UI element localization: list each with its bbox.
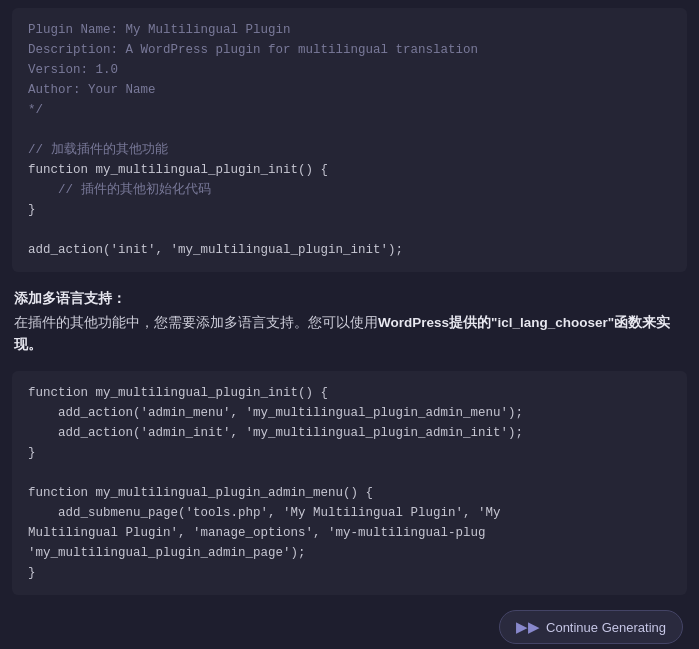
empty-line	[28, 220, 671, 240]
continue-generating-button[interactable]: ▶▶ Continue Generating	[499, 610, 683, 644]
code-line: 'my_multilingual_plugin_admin_page');	[28, 543, 671, 563]
empty-line	[28, 463, 671, 483]
continue-bar: ▶▶ Continue Generating	[0, 605, 699, 649]
code-line: function my_multilingual_plugin_init() {	[28, 160, 671, 180]
code-line: }	[28, 200, 671, 220]
code-block-2: function my_multilingual_plugin_init() {…	[12, 371, 687, 595]
empty-line	[28, 120, 671, 140]
continue-label: Continue Generating	[546, 620, 666, 635]
code-line: Description: A WordPress plugin for mult…	[28, 40, 671, 60]
section-body: 在插件的其他功能中，您需要添加多语言支持。您可以使用WordPress提供的"i…	[14, 312, 685, 357]
code-line: add_action('init', 'my_multilingual_plug…	[28, 240, 671, 260]
code-line: */	[28, 100, 671, 120]
body-text-part1: 在插件的其他功能中，您需要添加多语言支持。您可以使用	[14, 315, 378, 330]
code-line: add_action('admin_init', 'my_multilingua…	[28, 423, 671, 443]
code-line: Multilingual Plugin', 'manage_options', …	[28, 523, 671, 543]
code-block-1: Plugin Name: My Multilingual Plugin Desc…	[12, 8, 687, 272]
code-line: function my_multilingual_plugin_init() {	[28, 383, 671, 403]
code-line: // 插件的其他初始化代码	[28, 180, 671, 200]
text-section: 添加多语言支持： 在插件的其他功能中，您需要添加多语言支持。您可以使用WordP…	[0, 280, 699, 363]
code-line: function my_multilingual_plugin_admin_me…	[28, 483, 671, 503]
code-line: // 加载插件的其他功能	[28, 140, 671, 160]
continue-icon: ▶▶	[516, 618, 540, 636]
code-line: }	[28, 443, 671, 463]
main-container: Plugin Name: My Multilingual Plugin Desc…	[0, 0, 699, 649]
section-heading: 添加多语言支持：	[14, 290, 685, 308]
code-line: }	[28, 563, 671, 583]
code-line: Author: Your Name	[28, 80, 671, 100]
code-line: Version: 1.0	[28, 60, 671, 80]
code-line: add_submenu_page('tools.php', 'My Multil…	[28, 503, 671, 523]
code-line: add_action('admin_menu', 'my_multilingua…	[28, 403, 671, 423]
code-line: Plugin Name: My Multilingual Plugin	[28, 20, 671, 40]
